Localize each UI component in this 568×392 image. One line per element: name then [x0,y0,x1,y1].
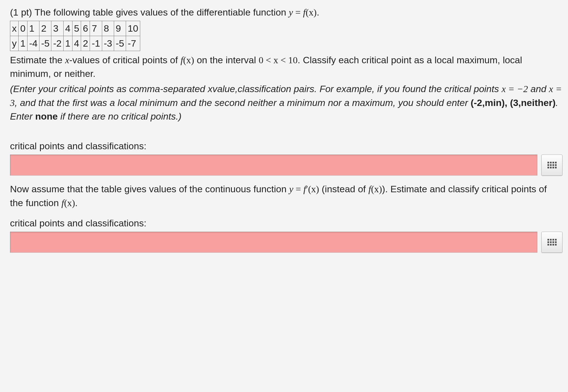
part2-eq-arg: (x) [308,184,319,194]
table-cell: -5 [39,36,51,51]
table-cell: 4 [63,21,72,36]
instr-x1-lhs: x [502,84,506,94]
estimate-text-1: Estimate the [10,55,65,65]
answer-row-1 [10,155,562,176]
table-cell: 1 [27,21,39,36]
critical-points-input-2[interactable] [10,232,537,253]
estimate-text-2: -values of critical points of [69,55,181,65]
table-cell: 10 [126,21,140,36]
table-cell: -7 [126,36,140,51]
table-cell: 9 [114,21,126,36]
part2-fx2-f: f [61,198,64,208]
table-cell: 7 [90,21,102,36]
intro-eq-eq: = [293,7,303,17]
table-cell: -3 [102,36,114,51]
part2-instruction: Now assume that the table gives values o… [10,182,562,210]
table-cell: 1 [63,36,72,51]
table-cell: 1 [19,36,27,51]
part2-eq-eq: = [293,184,303,194]
intro-period: . [317,7,319,17]
entry-instructions: (Enter your critical points as comma-sep… [10,82,562,123]
estimate-f: f [180,55,183,65]
table-header-y: y [10,36,19,51]
instr-example: (-2,min), (3,neither) [471,97,556,108]
intro-eq-lhs: y [289,7,293,17]
critical-points-input-1[interactable] [10,155,537,176]
intro-text: The following table gives values of the … [34,7,289,17]
table-cell: -1 [90,36,102,51]
intro-line: (1 pt) The following table gives values … [10,6,562,19]
critical-points-label-2: critical points and classifications: [10,216,562,230]
instr-none: none [35,111,58,122]
estimate-text-3: on the interval [194,55,258,65]
table-cell: 3 [51,21,63,36]
intro-eq-arg: (x) [306,7,317,17]
values-table: x 0 1 2 3 4 5 6 7 8 9 10 y 1 -4 -5 -2 1 … [10,21,140,51]
part2-text-1: Now assume that the table gives values o… [10,184,289,194]
instr-x1-neg: − [517,84,523,94]
table-cell: 5 [72,21,81,36]
table-cell: 2 [39,21,51,36]
estimate-fx-arg: (x) [183,55,194,65]
instr-eq-1: = [506,84,517,94]
part2-eq-prime: ′ [306,184,308,194]
instr-eq-2: = [553,84,562,94]
keypad-button-1[interactable] [541,155,562,176]
table-cell: 2 [81,36,90,51]
instr-text-2: , and that the first was a local minimum… [15,97,471,108]
intro-eq-f: f [303,7,306,17]
instr-x2-lhs: x [549,84,553,94]
table-cell: 8 [102,21,114,36]
table-cell: -2 [51,36,63,51]
table-cell: 6 [81,21,90,36]
interval: 0 < x < 10 [259,55,298,65]
table-header-x: x [10,21,19,36]
instr-x2-val: 3 [10,98,15,108]
instr-x1-val: 2 [523,84,528,94]
answer-row-2 [10,232,562,253]
part2-text-4: . [75,198,77,208]
table-cell: -5 [114,36,126,51]
table-cell: 4 [72,36,81,51]
part2-text-2: (instead of [319,184,368,194]
part2-eq-f: f [303,184,306,194]
table-cell: -4 [27,36,39,51]
keypad-icon [547,162,557,168]
part2-eq-lhs: y [289,184,293,194]
keypad-button-2[interactable] [541,232,562,253]
keypad-icon [547,239,557,246]
estimate-x: x [65,55,69,65]
instr-and: and [528,84,549,94]
part2-fx2-arg: (x) [64,198,75,208]
estimate-instruction: Estimate the x-values of critical points… [10,53,562,81]
critical-points-label-1: critical points and classifications: [10,139,562,153]
table-row-y: y 1 -4 -5 -2 1 4 2 -1 -3 -5 -7 [10,36,140,51]
table-cell: 0 [19,21,27,36]
points-label: (1 pt) [10,7,32,17]
instr-text-1: (Enter your critical points as comma-sep… [10,84,502,94]
instr-text-4: if there are no critical points.) [58,111,182,122]
table-row-x: x 0 1 2 3 4 5 6 7 8 9 10 [10,21,140,36]
problem-page: (1 pt) The following table gives values … [0,0,568,268]
part2-fx-arg: (x) [371,184,382,194]
